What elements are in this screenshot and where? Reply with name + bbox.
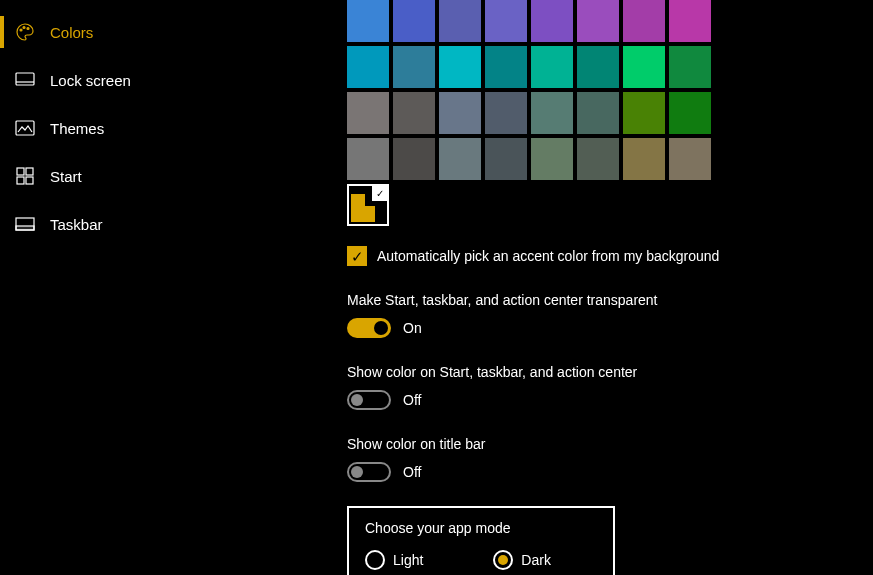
color-swatch[interactable] [531,0,573,42]
svg-rect-6 [26,168,33,175]
app-mode-light-radio[interactable]: Light [365,550,423,570]
color-swatch[interactable] [347,92,389,134]
color-swatch[interactable] [669,0,711,42]
color-swatch[interactable] [393,138,435,180]
color-swatch[interactable] [485,138,527,180]
svg-rect-10 [16,226,34,230]
radio-label-dark: Dark [521,552,551,568]
color-swatch[interactable] [577,0,619,42]
auto-pick-label: Automatically pick an accent color from … [377,248,719,264]
color-swatch[interactable] [485,46,527,88]
svg-rect-3 [16,73,34,85]
color-swatch[interactable] [393,46,435,88]
color-swatch[interactable] [485,92,527,134]
checkbox-checked-icon: ✓ [347,246,367,266]
sidebar-item-label: Themes [50,120,104,137]
color-swatch[interactable] [439,92,481,134]
color-swatch[interactable] [669,92,711,134]
color-swatch[interactable] [669,138,711,180]
start-icon [12,167,38,185]
svg-rect-5 [17,168,24,175]
transparency-label: Make Start, taskbar, and action center t… [347,292,853,308]
svg-rect-4 [16,121,34,135]
settings-sidebar: Colors Lock screen Themes Start [0,0,305,575]
sidebar-item-label: Lock screen [50,72,131,89]
palette-icon [12,22,38,42]
svg-point-2 [27,28,29,30]
app-mode-group: Choose your app mode Light Dark [347,506,615,575]
themes-icon [12,120,38,136]
auto-pick-accent-checkbox[interactable]: ✓ Automatically pick an accent color fro… [347,246,853,266]
transparency-toggle[interactable] [347,318,391,338]
transparency-setting: Make Start, taskbar, and action center t… [347,292,853,338]
sidebar-item-themes[interactable]: Themes [0,104,305,152]
color-swatch[interactable] [439,46,481,88]
show-color-title-toggle[interactable] [347,462,391,482]
sidebar-item-lock-screen[interactable]: Lock screen [0,56,305,104]
show-color-start-state: Off [403,392,421,408]
svg-point-0 [20,29,22,31]
sidebar-item-label: Colors [50,24,93,41]
settings-content: ✓ ✓ Automatically pick an accent color f… [305,0,873,575]
show-color-start-label: Show color on Start, taskbar, and action… [347,364,853,380]
taskbar-icon [12,217,38,231]
show-color-title-state: Off [403,464,421,480]
color-swatch[interactable] [347,0,389,42]
svg-point-1 [23,27,25,29]
color-swatch[interactable] [531,138,573,180]
color-swatch[interactable] [485,0,527,42]
svg-rect-7 [17,177,24,184]
color-swatch[interactable] [577,46,619,88]
color-swatch[interactable] [439,138,481,180]
radio-icon [365,550,385,570]
svg-rect-8 [26,177,33,184]
sidebar-item-start[interactable]: Start [0,152,305,200]
color-swatch[interactable] [439,0,481,42]
color-swatch[interactable] [393,0,435,42]
color-swatch[interactable] [623,46,665,88]
color-swatch[interactable] [531,92,573,134]
radio-label-light: Light [393,552,423,568]
color-swatch[interactable] [577,92,619,134]
color-swatch[interactable] [347,138,389,180]
app-mode-dark-radio[interactable]: Dark [493,550,551,570]
accent-color-grid [347,0,853,180]
color-swatch[interactable] [577,138,619,180]
color-swatch[interactable] [623,138,665,180]
show-color-start-setting: Show color on Start, taskbar, and action… [347,364,853,410]
show-color-start-toggle[interactable] [347,390,391,410]
sidebar-item-colors[interactable]: Colors [0,8,305,56]
color-swatch[interactable] [347,46,389,88]
radio-selected-icon [493,550,513,570]
color-swatch[interactable] [669,46,711,88]
sidebar-item-label: Start [50,168,82,185]
show-color-title-setting: Show color on title bar Off [347,436,853,482]
current-accent-swatch[interactable]: ✓ [347,184,389,226]
color-swatch[interactable] [623,92,665,134]
app-mode-title: Choose your app mode [365,520,597,536]
sidebar-item-taskbar[interactable]: Taskbar [0,200,305,248]
color-swatch[interactable] [393,92,435,134]
transparency-state: On [403,320,422,336]
color-swatch[interactable] [623,0,665,42]
lock-screen-icon [12,72,38,88]
color-swatch[interactable] [531,46,573,88]
show-color-title-label: Show color on title bar [347,436,853,452]
sidebar-item-label: Taskbar [50,216,103,233]
check-icon: ✓ [372,186,387,201]
